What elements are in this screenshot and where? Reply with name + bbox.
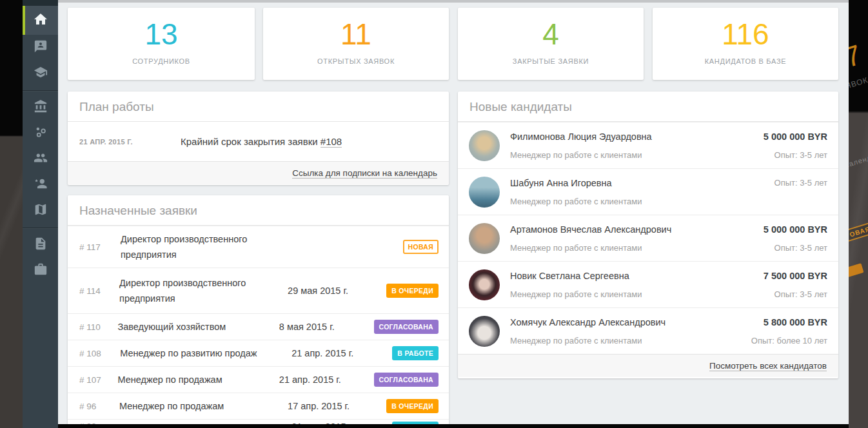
candidate-name: Новик Светлана Сергеевна	[510, 271, 642, 281]
map-icon	[34, 202, 48, 219]
panel-title: План работы	[68, 92, 449, 122]
table-row[interactable]: # 96 Менеджер по продажам 17 апр. 2015 г…	[68, 393, 449, 419]
request-title: Заведующий хозяйством	[117, 319, 279, 335]
backdrop-fragment-digit: 7	[849, 39, 865, 74]
candidate-experience: Опыт: 3-5 лет	[774, 289, 827, 299]
plan-entry-date: 21 АПР. 2015 Г.	[79, 138, 181, 146]
request-title: Менеджер по продажам	[117, 372, 279, 387]
sidebar-divider	[23, 90, 58, 91]
stat-label: КАНДИДАТОВ В БАЗЕ	[653, 57, 838, 65]
table-row[interactable]: # 108 Менеджер по развитию продаж 21 апр…	[68, 340, 449, 366]
backdrop-right: 7 ЯВОК календ ОВАЯ	[849, 0, 868, 428]
sidebar	[23, 0, 58, 428]
people-icon	[34, 151, 48, 168]
plan-entry-text: Крайний срок закрытия заявки #108	[181, 136, 342, 147]
candidate-name: Филимонова Люция Эдуардовна	[510, 131, 652, 142]
header-edge	[58, 0, 849, 3]
list-item[interactable]: Новик Светлана Сергеевна Менеджер по раб…	[458, 261, 838, 307]
request-108-link[interactable]: #108	[321, 136, 342, 148]
list-item[interactable]: Хомячук Александр Александрович Менеджер…	[458, 307, 838, 354]
request-date: 8 мая 2015 г.	[279, 322, 374, 332]
sidebar-item-education[interactable]	[23, 61, 58, 86]
candidate-experience: Опыт: 3-5 лет	[774, 150, 827, 160]
list-item[interactable]: Филимонова Люция Эдуардовна Менеджер по …	[458, 122, 838, 168]
table-row[interactable]: # 93 1С программист 21 апр. 2015 г. В РА…	[68, 419, 449, 424]
list-item[interactable]: Шабуня Анна Игоревна Менеджер по работе …	[458, 168, 838, 215]
status-badge: СОГЛАСОВАНА	[374, 320, 439, 334]
stat-label: СОТРУДНИКОВ	[68, 57, 255, 65]
request-date: 21 апр. 2015 г.	[291, 348, 392, 358]
sidebar-item-candidates[interactable]	[23, 172, 58, 198]
request-date: 29 мая 2015 г.	[288, 286, 386, 296]
request-title: Директор производственного предприятия	[119, 275, 288, 306]
new-candidates-panel: Новые кандидаты Филимонова Люция Эдуардо…	[458, 92, 838, 378]
panel-title: Новые кандидаты	[458, 92, 838, 122]
stat-card-employees[interactable]: 13 СОТРУДНИКОВ	[68, 8, 255, 80]
status-badge: НОВАЯ	[403, 240, 439, 254]
document-icon	[34, 237, 48, 253]
request-date: 21 апр. 2015 г.	[291, 422, 392, 424]
avatar	[469, 316, 500, 347]
plan-footer: Ссылка для подписки на календарь	[68, 161, 449, 184]
candidate-position: Менеджер по работе с клиентами	[510, 289, 642, 299]
avatar	[469, 223, 500, 254]
stat-value: 13	[68, 18, 255, 50]
backdrop-left	[0, 0, 23, 428]
request-id: # 117	[79, 242, 121, 252]
request-date: 17 апр. 2015 г.	[288, 401, 386, 411]
candidate-salary: 5 800 000 BYR	[764, 317, 827, 327]
candidate-name: Шабуня Анна Игоревна	[510, 178, 642, 188]
sidebar-item-feedback[interactable]	[23, 35, 58, 61]
sidebar-item-company[interactable]	[23, 95, 58, 121]
status-badge: СОГЛАСОВАНА	[374, 373, 439, 387]
stat-value: 116	[653, 18, 838, 50]
sidebar-top-strip	[23, 0, 58, 6]
candidate-experience: Опыт: 3-5 лет	[774, 243, 827, 253]
sidebar-item-org-structure[interactable]	[23, 121, 58, 146]
request-title: 1С программист	[120, 422, 291, 424]
candidate-experience: Опыт: 3-5 лет	[774, 178, 827, 188]
person-star-icon	[34, 177, 48, 193]
candidate-position: Менеджер по работе с клиентами	[510, 336, 666, 345]
request-title: Менеджер по развитию продаж	[120, 345, 291, 361]
table-row[interactable]: # 114 Директор производственного предпри…	[68, 268, 449, 313]
candidate-position: Менеджер по работе с клиентами	[510, 197, 642, 206]
graduation-cap-icon	[34, 65, 48, 82]
table-row[interactable]: # 117 Директор производственного предпри…	[68, 226, 449, 268]
request-id: # 93	[79, 422, 120, 424]
list-item[interactable]: Артамонов Вячеслав Александрович Менедже…	[458, 215, 838, 261]
avatar	[469, 177, 500, 208]
candidate-position: Менеджер по работе с клиентами	[510, 150, 652, 160]
candidate-salary: 5 000 000 BYR	[764, 224, 827, 235]
work-plan-panel: План работы 21 АПР. 2015 Г. Крайний срок…	[68, 92, 449, 185]
panel-title: Назначенные заявки	[68, 195, 449, 226]
stat-card-candidates-db[interactable]: 116 КАНДИДАТОВ В БАЗЕ	[653, 8, 838, 80]
briefcase-icon	[34, 262, 48, 279]
sidebar-item-employees[interactable]	[23, 146, 58, 172]
stat-card-open-requests[interactable]: 11 ОТКРЫТЫХ ЗАЯВОК	[263, 8, 449, 80]
request-id: # 96	[79, 402, 119, 411]
assigned-requests-panel: Назначенные заявки # 117 Директор произв…	[68, 195, 449, 424]
sidebar-item-map[interactable]	[23, 198, 58, 224]
sidebar-item-documents[interactable]	[23, 232, 58, 258]
candidate-salary: 7 500 000 BYR	[764, 271, 827, 281]
request-id: # 108	[79, 349, 120, 358]
table-row[interactable]: # 107 Менеджер по продажам 21 апр. 2015 …	[68, 366, 449, 393]
avatar	[469, 269, 500, 300]
sidebar-item-home[interactable]	[23, 6, 58, 35]
home-icon	[33, 12, 48, 30]
stat-label: ОТКРЫТЫХ ЗАЯВОК	[263, 57, 449, 65]
backdrop-fragment-text: ЯВОК	[849, 75, 868, 91]
stat-value: 4	[458, 18, 644, 50]
candidate-experience: Опыт: более 10 лет	[751, 336, 827, 345]
backdrop-fragment-badge	[849, 263, 864, 278]
sidebar-item-vacancies[interactable]	[23, 258, 58, 284]
view-all-candidates-link[interactable]: Посмотреть всех кандидатов	[709, 361, 827, 371]
stat-card-closed-requests[interactable]: 4 ЗАКРЫТЫЕ ЗАЯВКИ	[458, 8, 644, 80]
calendar-subscribe-link[interactable]: Ссылка для подписки на календарь	[292, 168, 437, 179]
table-row[interactable]: # 110 Заведующий хозяйством 8 мая 2015 г…	[68, 313, 449, 340]
request-title: Менеджер по продажам	[119, 398, 288, 414]
candidate-name: Хомячук Александр Александрович	[510, 317, 666, 327]
plan-entry: 21 АПР. 2015 Г. Крайний срок закрытия за…	[68, 122, 449, 161]
main-content: 13 СОТРУДНИКОВ 11 ОТКРЫТЫХ ЗАЯВОК 4 ЗАКР…	[58, 0, 849, 424]
